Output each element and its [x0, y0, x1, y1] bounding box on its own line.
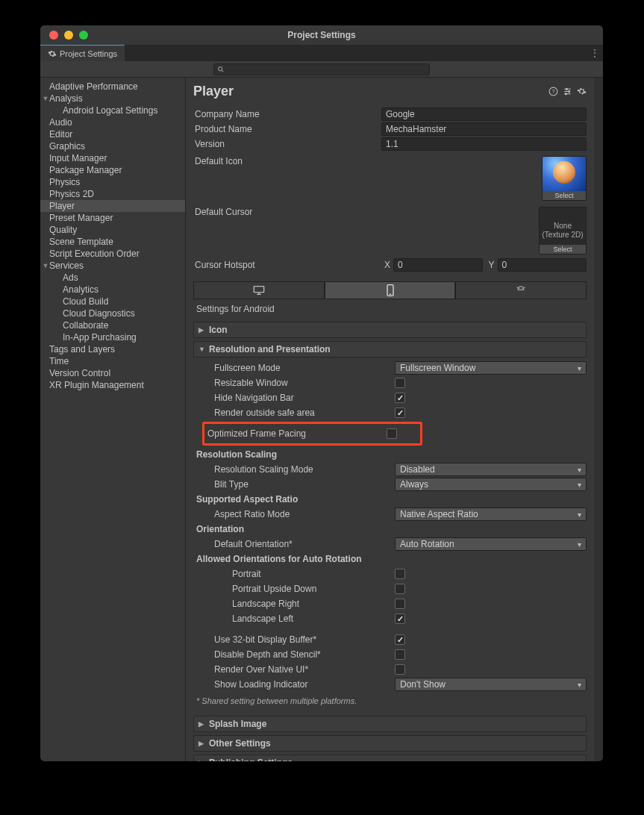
android-icon — [515, 285, 527, 296]
blit-type-label: Blit Type — [214, 479, 395, 490]
disable-depth-checkbox[interactable] — [395, 649, 405, 660]
gear-icon — [48, 49, 57, 58]
scrollbar[interactable] — [594, 78, 603, 761]
hide-nav-bar-checkbox[interactable] — [395, 393, 405, 403]
tab-project-settings[interactable]: Project Settings — [40, 45, 125, 61]
settings-gear-icon[interactable] — [577, 87, 587, 96]
default-cursor-well[interactable]: None(Texture 2D) Select — [539, 207, 587, 255]
show-loading-dropdown[interactable]: Don't Show — [395, 678, 587, 691]
cursor-hotspot-label: Cursor Hotspot — [193, 260, 381, 270]
sidebar-item-label: Scene Template — [49, 237, 113, 247]
hide-nav-bar-label: Hide Navigation Bar — [214, 393, 395, 403]
platform-tab-standalone[interactable] — [193, 281, 325, 299]
sidebar-item-label: Script Execution Order — [49, 249, 140, 259]
platform-tab-android[interactable] — [455, 281, 587, 299]
version-input[interactable] — [381, 137, 587, 151]
fullscreen-mode-dropdown[interactable]: Fullscreen Window — [395, 361, 587, 375]
tab-label: Project Settings — [60, 49, 117, 58]
sidebar-item-xr-plugin-management[interactable]: XR Plugin Management — [40, 379, 185, 391]
resolution-scaling-header: Resolution Scaling — [193, 447, 587, 462]
sidebar-item-label: Services — [49, 260, 84, 271]
sidebar-item-label: Graphics — [49, 141, 85, 152]
aspect-ratio-mode-dropdown[interactable]: Native Aspect Ratio — [395, 508, 587, 521]
sidebar-item-label: Android Logcat Settings — [63, 105, 157, 116]
orientation-header: Orientation — [193, 522, 587, 537]
sidebar-item-physics-2d[interactable]: Physics 2D — [40, 188, 185, 200]
search-input[interactable] — [213, 63, 430, 75]
window-menu-icon[interactable]: ⋮ — [587, 45, 603, 61]
product-name-label: Product Name — [193, 124, 381, 134]
sidebar-item-android-logcat-settings[interactable]: Android Logcat Settings — [40, 104, 185, 116]
sidebar-item-input-manager[interactable]: Input Manager — [40, 152, 185, 164]
sidebar-item-script-execution-order[interactable]: Script Execution Order — [40, 248, 185, 260]
sidebar-item-label: Preset Manager — [49, 213, 113, 223]
resizable-window-checkbox[interactable] — [395, 378, 405, 388]
sidebar-item-label: Editor — [49, 129, 72, 140]
sidebar-item-cloud-diagnostics[interactable]: Cloud Diagnostics — [40, 307, 185, 319]
svg-point-7 — [566, 88, 567, 90]
svg-point-9 — [565, 93, 566, 95]
sidebar-item-graphics[interactable]: Graphics — [40, 140, 185, 152]
foldout-icon[interactable]: ▶Icon — [193, 322, 587, 338]
sidebar-item-editor[interactable]: Editor — [40, 128, 185, 140]
sidebar-item-physics[interactable]: Physics — [40, 176, 185, 188]
fullscreen-mode-label: Fullscreen Mode — [214, 363, 395, 373]
default-cursor-select-button[interactable]: Select — [540, 245, 586, 254]
help-icon[interactable]: ? — [548, 87, 558, 96]
sidebar-item-label: Package Manager — [49, 165, 122, 175]
sidebar-item-preset-manager[interactable]: Preset Manager — [40, 212, 185, 224]
sidebar-item-analytics[interactable]: Analytics — [40, 284, 185, 296]
landscape-r-checkbox[interactable] — [395, 599, 405, 609]
landscape-l-label: Landscape Left — [232, 613, 395, 624]
sidebar-item-time[interactable]: Time — [40, 355, 185, 367]
default-orientation-dropdown[interactable]: Auto Rotation — [395, 537, 587, 551]
platform-tab-ios[interactable] — [325, 281, 456, 299]
settings-for-label: Settings for Android — [193, 299, 587, 319]
search-row — [40, 61, 603, 78]
default-icon-label: Default Icon — [193, 156, 381, 166]
default-icon-well[interactable]: Select — [542, 156, 587, 201]
sidebar-item-label: Input Manager — [49, 153, 107, 163]
res-scaling-mode-dropdown[interactable]: Disabled — [395, 463, 587, 476]
default-cursor-label: Default Cursor — [193, 207, 381, 217]
foldout-other[interactable]: ▶Other Settings — [193, 735, 587, 752]
optimized-frame-pacing-checkbox[interactable] — [387, 428, 397, 439]
foldout-publishing[interactable]: ▶Publishing Settings — [193, 755, 587, 761]
optimized-frame-pacing-label: Optimized Frame Pacing — [207, 428, 387, 439]
portrait-label: Portrait — [232, 569, 395, 579]
foldout-splash[interactable]: ▶Splash Image — [193, 716, 587, 732]
sidebar-item-in-app-purchasing[interactable]: In-App Purchasing — [40, 331, 185, 343]
sidebar-item-services[interactable]: ▼Services — [40, 260, 185, 272]
portrait-ud-checkbox[interactable] — [395, 584, 405, 594]
sidebar-item-ads[interactable]: Ads — [40, 272, 185, 284]
presets-icon[interactable] — [563, 87, 572, 96]
sidebar-item-collaborate[interactable]: Collaborate — [40, 319, 185, 331]
sidebar-item-cloud-build[interactable]: Cloud Build — [40, 296, 185, 307]
cursor-hotspot-x-input[interactable] — [393, 258, 483, 272]
sidebar-item-scene-template[interactable]: Scene Template — [40, 236, 185, 248]
titlebar: Project Settings — [40, 25, 603, 45]
default-icon-select-button[interactable]: Select — [543, 191, 586, 200]
cursor-hotspot-y-input[interactable] — [498, 258, 587, 272]
project-settings-window: Project Settings Project Settings ⋮ Adap… — [40, 25, 603, 761]
blit-type-dropdown[interactable]: Always — [395, 478, 587, 491]
sidebar-item-player[interactable]: Player — [40, 200, 185, 212]
sidebar-item-adaptive-performance[interactable]: Adaptive Performance — [40, 81, 185, 93]
foldout-resolution[interactable]: ▼Resolution and Presentation — [193, 341, 587, 357]
portrait-checkbox[interactable] — [395, 569, 405, 579]
product-name-input[interactable] — [381, 122, 587, 136]
sidebar-item-label: Audio — [49, 117, 72, 128]
sidebar-item-quality[interactable]: Quality — [40, 224, 185, 236]
settings-category-list[interactable]: Adaptive Performance▼AnalysisAndroid Log… — [40, 78, 186, 761]
sidebar-item-package-manager[interactable]: Package Manager — [40, 164, 185, 176]
use-32bit-checkbox[interactable] — [395, 634, 405, 645]
company-name-input[interactable] — [381, 107, 587, 121]
sidebar-item-version-control[interactable]: Version Control — [40, 367, 185, 379]
landscape-l-checkbox[interactable] — [395, 613, 405, 624]
sidebar-item-tags-and-layers[interactable]: Tags and Layers — [40, 343, 185, 355]
sidebar-item-audio[interactable]: Audio — [40, 116, 185, 128]
svg-line-1 — [222, 69, 224, 72]
render-outside-safe-checkbox[interactable] — [395, 408, 405, 418]
render-over-native-checkbox[interactable] — [395, 664, 405, 675]
sidebar-item-analysis[interactable]: ▼Analysis — [40, 93, 185, 104]
